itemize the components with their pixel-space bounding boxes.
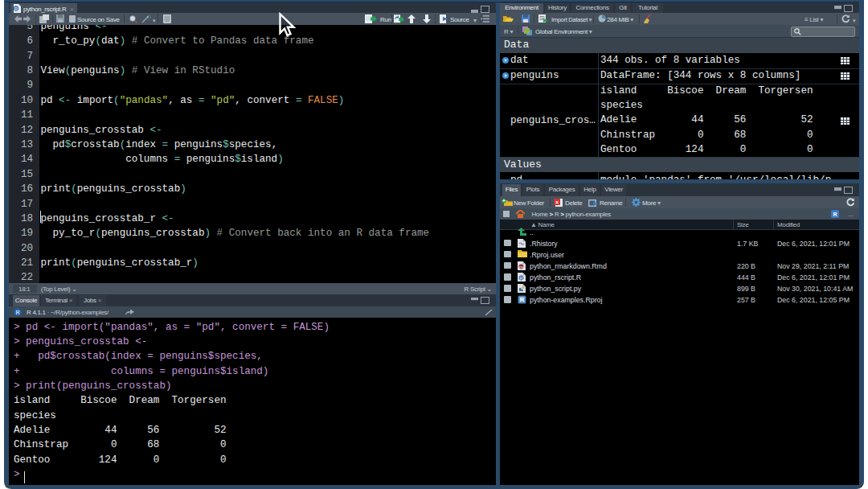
svg-text:R: R	[519, 276, 523, 281]
svg-text:×: ×	[555, 199, 559, 204]
svg-text:R: R	[14, 6, 18, 10]
svg-text:+: +	[502, 199, 506, 203]
svg-text:m: m	[519, 265, 523, 269]
svg-text:R: R	[833, 212, 837, 217]
svg-text:R: R	[520, 297, 525, 304]
svg-text:R: R	[15, 310, 19, 315]
